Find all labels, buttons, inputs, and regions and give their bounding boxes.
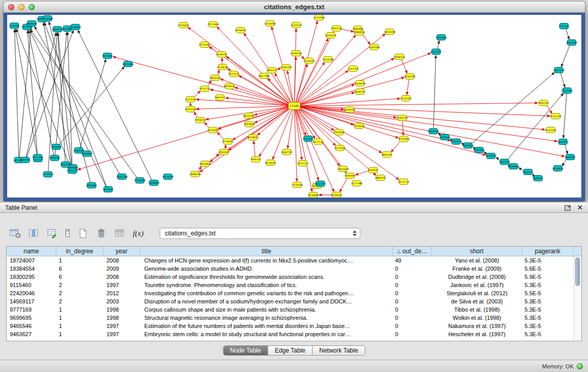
table-row[interactable]: 1456911722003Disruption of a novel membe… (7, 297, 574, 305)
graph-node-label: 9646622 (533, 177, 543, 180)
graph-node-label: 19581474 (280, 66, 292, 69)
cell-in_degree: 1 (56, 330, 103, 338)
table-row[interactable]: 946554611997Estimation of the future num… (7, 322, 574, 330)
graph-node-label: 11535616 (354, 125, 365, 127)
new-column-button[interactable] (76, 226, 90, 240)
graph-node-label: 9884480 (353, 28, 363, 30)
column-strip-icon (64, 228, 71, 238)
delete-column-button[interactable] (94, 226, 108, 240)
table-row[interactable]: 1938455462009Genome-wide association stu… (7, 265, 574, 273)
graph-node-label: 11258609 (222, 140, 234, 143)
graph-edge (209, 154, 219, 162)
graph-edge (496, 157, 500, 160)
table-settings-button[interactable] (8, 226, 23, 240)
graph-node-label: 19344795 (404, 75, 416, 78)
table-row[interactable]: 1872400712008Changes of HCN gene express… (7, 256, 574, 265)
tab-edge-table[interactable]: Edge Table (268, 346, 312, 355)
graph-node-label: 21311321 (347, 68, 359, 70)
graph-node-label: 15234024 (70, 26, 81, 29)
graph-node-label: 13784604 (462, 144, 474, 147)
graph-edge (15, 29, 37, 154)
graph-node-label: 11278502 (42, 173, 54, 176)
graph-node-label: 13780051 (235, 29, 247, 32)
table-row[interactable]: 911546021997Tourette syndrome. Phenomeno… (7, 281, 574, 289)
table-body[interactable]: 1872400712008Changes of HCN gene express… (7, 256, 574, 341)
column-header-pagerank[interactable]: pagerank (522, 247, 574, 256)
close-window-button[interactable] (8, 4, 14, 10)
column-header-name[interactable]: name (7, 247, 56, 256)
graph-node-label: 22943324 (331, 27, 342, 30)
graph-node-label: 9403041 (558, 141, 568, 143)
delete-table-button[interactable] (113, 226, 127, 240)
cell-out_degree: 0 (393, 281, 432, 289)
graph-edge (194, 91, 200, 97)
graph-node-label: 14505625 (553, 69, 565, 72)
graph-node-label: 9927997 (103, 188, 114, 191)
table-row[interactable]: 1830029562008Estimation of significance … (7, 273, 574, 281)
column-header-year[interactable]: year (103, 247, 140, 256)
table-row[interactable]: 946362711997Embryonic stem cells: a mode… (7, 330, 574, 338)
cell-out_degree: 0 (393, 330, 432, 338)
tab-node-table[interactable]: Node Table (223, 346, 268, 355)
graph-node-label: 9945749 (538, 102, 549, 104)
table-selector[interactable]: citations_edges.txt (160, 228, 360, 239)
column-header-out_degree[interactable]: △out_de… (393, 247, 432, 256)
table-row[interactable]: 969969511998Structural magnetic resonanc… (7, 314, 574, 322)
table-scrollbar[interactable] (574, 256, 581, 341)
graph-node-label: 9399131 (251, 158, 261, 161)
graph-node-label: 16617088 (258, 75, 270, 77)
window-titlebar[interactable]: citations_edges.txt (4, 2, 585, 13)
desktop: citations_edges.txt 10000358115356161740… (0, 0, 588, 372)
graph-node-label: 9895251 (267, 69, 277, 72)
graph-node-label: 28866375 (375, 177, 386, 179)
graph-node-label: 11910103 (185, 108, 197, 111)
graph-node-label: 17011296 (32, 156, 43, 159)
graph-edge (565, 144, 568, 154)
graph-edge (254, 141, 255, 156)
status-bar: Memory: OK (0, 360, 588, 372)
cell-short: Yano et al. (2008) (432, 256, 522, 265)
column-visibility-button[interactable] (27, 226, 41, 240)
column-header-short[interactable]: short (432, 247, 522, 256)
columns-icon (29, 228, 39, 238)
column-header-title[interactable]: title (140, 247, 393, 256)
graph-edge (299, 77, 404, 105)
zoom-window-button[interactable] (29, 4, 35, 10)
graph-node-label: 16517277 (315, 183, 326, 185)
graph-node-label: 10943086 (122, 63, 134, 65)
float-panel-icon[interactable] (564, 205, 571, 211)
tab-network-table[interactable]: Network Table (312, 346, 365, 355)
minimize-window-button[interactable] (18, 4, 25, 10)
graph-edge (299, 93, 355, 105)
cell-name: 9115460 (7, 281, 56, 289)
cell-pagerank: 5.6E-5 (522, 265, 574, 273)
network-window[interactable]: citations_edges.txt 10000358115356161740… (4, 2, 585, 201)
graph-edge (294, 29, 296, 103)
cell-title: Investigating the contribution of common… (140, 289, 393, 297)
graph-node-label: 9929960 (102, 55, 113, 57)
table-row[interactable]: 2242004622012Investigating the contribut… (7, 289, 574, 297)
graph-node-label: 18076813 (200, 163, 211, 165)
close-panel-icon[interactable]: ✕ (577, 204, 583, 211)
cell-name: 18724007 (7, 256, 56, 265)
graph-edge (471, 72, 554, 143)
cell-in_degree: 1 (56, 305, 103, 314)
table-row[interactable]: 977716911998Corpus callosum shape and si… (7, 305, 574, 314)
graph-node-label: 18503268 (384, 31, 396, 33)
cell-in_degree: 1 (56, 322, 103, 330)
graph-edge (433, 55, 436, 128)
column-header-label: in_degree (66, 248, 93, 255)
cell-out_degree: 0 (393, 297, 432, 305)
network-view[interactable]: 1000035811535616174030021327050119117112… (7, 15, 581, 198)
graph-node-label: 9802671 (215, 96, 225, 99)
table-scrollbar-thumb[interactable] (575, 257, 580, 286)
graph-edge (562, 159, 567, 166)
function-builder-button[interactable]: f(x) (131, 226, 145, 240)
trash-icon (97, 228, 106, 238)
graph-edge (341, 29, 354, 32)
graph-node-label: 9544476 (368, 169, 378, 171)
column-mode-button[interactable] (63, 226, 72, 240)
edit-table-button[interactable] (45, 226, 59, 240)
cell-title: Structural magnetic resonance image aver… (140, 314, 393, 322)
column-header-in_degree[interactable]: in_degree (56, 247, 103, 256)
